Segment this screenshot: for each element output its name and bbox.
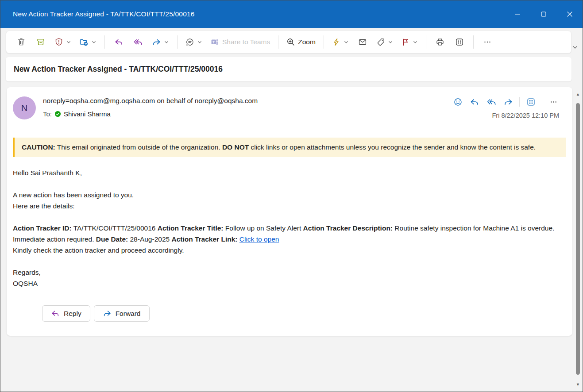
envelope-icon xyxy=(358,38,367,46)
chevron-down-icon xyxy=(572,44,578,50)
mark-unread-button[interactable] xyxy=(353,34,372,50)
signature-line: OQSHA xyxy=(13,278,564,289)
sender-address: noreply=oqsha.com@mg.oqsha.com on behalf… xyxy=(43,97,258,105)
message-apps-button[interactable] xyxy=(524,95,537,108)
quick-steps-button[interactable] xyxy=(328,34,353,50)
detail-due-date-label: Due Date: xyxy=(96,235,128,243)
chat-bubble-icon xyxy=(185,38,194,46)
zoom-button[interactable]: Zoom xyxy=(282,34,320,50)
tag-icon xyxy=(376,38,385,46)
toolbar-divider xyxy=(473,35,474,49)
reply-button[interactable] xyxy=(109,34,128,50)
share-to-teams-button[interactable]: Share to Teams xyxy=(206,34,274,50)
archive-icon xyxy=(36,38,45,46)
print-button[interactable] xyxy=(430,34,450,50)
presence-available-icon xyxy=(54,111,61,117)
external-caution-banner: CAUTION: This email originated from outs… xyxy=(13,138,566,157)
quick-reply-label: Reply xyxy=(64,310,81,318)
forward-message-button[interactable] xyxy=(502,95,515,108)
toolbar-divider xyxy=(177,35,178,49)
quick-reply-actions: Reply Forward xyxy=(42,305,150,322)
detail-id-value: TA/TTK/COI/TTT/25/00016 xyxy=(73,224,156,232)
detail-link-label: Action Tracker Link: xyxy=(171,235,237,243)
move-folder-icon xyxy=(79,38,89,46)
message-chat-button[interactable] xyxy=(181,34,206,50)
share-to-teams-label: Share to Teams xyxy=(222,38,270,46)
email-subject: New Action Tracker Assigned - TA/TTK/COI… xyxy=(14,65,223,74)
printer-icon xyxy=(436,38,444,46)
ellipsis-icon xyxy=(483,38,492,46)
reply-all-message-button[interactable] xyxy=(485,95,498,108)
zoom-label: Zoom xyxy=(298,38,316,46)
toolbar-expand-button[interactable] xyxy=(572,43,581,52)
intro-line-1: A new action has been assigned to you. xyxy=(13,189,564,200)
chevron-down-icon[interactable] xyxy=(413,39,418,45)
reply-all-icon xyxy=(486,97,497,107)
recipient-row: To: Shivani Sharma xyxy=(43,110,111,118)
outlook-message-window: New Action Tracker Assigned - TA/TTK/COI… xyxy=(0,0,583,392)
header-divider xyxy=(542,97,542,107)
follow-up-flag-button[interactable] xyxy=(397,34,422,50)
vertical-scrollbar[interactable]: ▲ ▼ xyxy=(574,89,582,389)
reply-icon xyxy=(114,38,124,46)
archive-button[interactable] xyxy=(31,34,50,50)
caution-text-2: click links or open attachments unless y… xyxy=(251,143,536,151)
sender-avatar[interactable]: N xyxy=(13,96,36,119)
intro-line-2: Here are the details: xyxy=(13,200,564,211)
scrollbar-thumb[interactable] xyxy=(576,103,580,375)
close-icon xyxy=(566,11,573,18)
action-tracker-link[interactable]: Click to open xyxy=(239,235,279,243)
toolbar-divider xyxy=(104,35,105,49)
chevron-down-icon[interactable] xyxy=(388,39,393,45)
closing-line: Kindly check the action tracker and proc… xyxy=(13,245,564,256)
reactions-button[interactable] xyxy=(451,95,464,108)
minimize-icon xyxy=(514,11,521,18)
detail-title-value: Follow up on Safety Alert xyxy=(225,224,301,232)
minimize-button[interactable] xyxy=(504,0,530,28)
close-button[interactable] xyxy=(556,0,583,28)
quick-forward-label: Forward xyxy=(116,310,141,318)
report-button[interactable] xyxy=(50,34,75,50)
recipient-name[interactable]: Shivani Sharma xyxy=(64,110,111,118)
reply-icon xyxy=(470,97,479,107)
message-more-button[interactable] xyxy=(547,95,560,108)
toolbar: Share to Teams Zoom xyxy=(6,31,571,54)
scroll-up-button[interactable]: ▲ xyxy=(574,91,582,98)
quick-forward-button[interactable]: Forward xyxy=(94,305,150,322)
to-label: To: xyxy=(43,110,52,118)
reply-all-icon xyxy=(133,38,143,46)
toolbar-divider xyxy=(426,35,426,49)
reply-icon xyxy=(51,309,60,318)
forward-button[interactable] xyxy=(148,34,173,50)
reply-message-button[interactable] xyxy=(468,95,481,108)
categorize-button[interactable] xyxy=(372,34,397,50)
toolbar-divider xyxy=(324,35,324,49)
forward-icon xyxy=(503,97,513,107)
move-to-folder-button[interactable] xyxy=(75,34,100,50)
chevron-down-icon[interactable] xyxy=(164,39,169,45)
details-paragraph: Action Tracker ID: TA/TTK/COI/TTT/25/000… xyxy=(13,223,564,245)
toolbar-divider xyxy=(278,35,278,49)
message-pane: N noreply=oqsha.com@mg.oqsha.com on beha… xyxy=(7,87,572,336)
email-body: Hello Sai Prashanth K, A new action has … xyxy=(13,167,564,289)
chevron-down-icon[interactable] xyxy=(197,39,202,45)
chevron-down-icon[interactable] xyxy=(91,39,97,45)
delete-button[interactable] xyxy=(12,34,31,50)
subject-bar: New Action Tracker Assigned - TA/TTK/COI… xyxy=(6,57,571,81)
scroll-down-button[interactable]: ▼ xyxy=(574,381,582,388)
apps-button[interactable] xyxy=(450,34,469,50)
lightning-icon xyxy=(332,38,341,46)
message-timestamp: Fri 8/22/2025 12:10 PM xyxy=(492,112,559,119)
chevron-down-icon[interactable] xyxy=(66,39,71,45)
maximize-button[interactable] xyxy=(530,0,556,28)
chevron-down-icon[interactable] xyxy=(344,39,349,45)
zoom-magnifier-icon xyxy=(286,38,295,46)
maximize-icon xyxy=(540,11,547,18)
caution-text-1: This email originated from outside of th… xyxy=(57,143,220,151)
reply-all-button[interactable] xyxy=(128,34,148,50)
detail-due-date-value: 28-Aug-2025 xyxy=(130,235,170,243)
forward-icon xyxy=(103,309,112,318)
detail-id-label: Action Tracker ID: xyxy=(13,224,72,232)
quick-reply-button[interactable]: Reply xyxy=(42,305,90,322)
more-actions-button[interactable] xyxy=(478,34,497,50)
